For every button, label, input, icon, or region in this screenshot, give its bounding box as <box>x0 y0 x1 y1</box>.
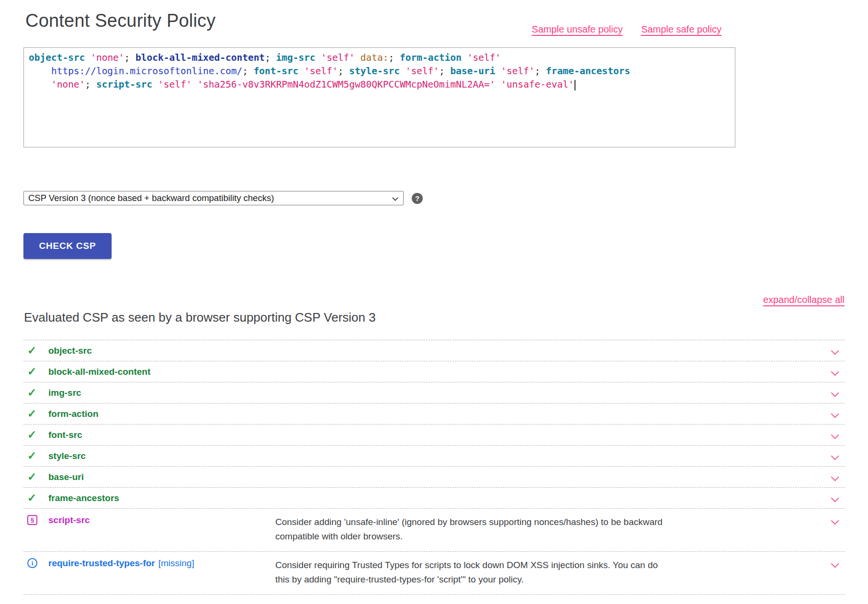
code-token <box>316 52 321 63</box>
directive-row-object-src[interactable]: ✓ object-src <box>23 340 845 361</box>
code-line: object-src 'none'; block-all-mixed-conte… <box>29 51 730 65</box>
directive-row-frame-ancestors[interactable]: ✓ frame-ancestors <box>23 488 845 509</box>
directive-name: form-action <box>48 409 99 419</box>
directive-name: style-src <box>48 451 86 461</box>
code-token: form-action <box>400 52 462 63</box>
code-token: 'self' <box>304 66 338 77</box>
directive-row-script-src[interactable]: § script-src Consider adding 'unsafe-inl… <box>23 509 845 552</box>
chevron-down-icon[interactable] <box>831 560 839 568</box>
code-token: 'self' <box>501 66 534 77</box>
code-token: ; <box>439 66 450 77</box>
sample-safe-policy-link[interactable]: Sample safe policy <box>641 24 721 34</box>
directive-name: block-all-mixed-content <box>48 367 150 377</box>
code-token: 'none' <box>51 79 85 90</box>
directive-name: font-src <box>48 430 82 440</box>
chevron-down-icon[interactable] <box>831 494 839 502</box>
section-heading: Evaluated CSP as seen by a browser suppo… <box>24 310 376 325</box>
code-token: object-src <box>29 52 85 63</box>
code-token: base-uri <box>451 66 496 77</box>
evaluated-directives-list: ✓ object-src ✓ block-all-mixed-content ✓… <box>23 340 845 595</box>
chevron-down-icon[interactable] <box>831 389 839 397</box>
chevron-down-icon[interactable] <box>831 347 839 355</box>
code-token <box>299 66 304 77</box>
directive-row-base-uri[interactable]: ✓ base-uri <box>23 467 845 488</box>
directive-name: frame-ancestors <box>48 493 119 503</box>
code-token: 'self' <box>321 52 355 63</box>
code-token: block-all-mixed-content <box>135 52 265 63</box>
code-token: script-src <box>96 79 152 90</box>
code-token: 'self' <box>406 66 439 77</box>
chevron-down-icon[interactable] <box>831 473 839 481</box>
chevron-down-icon[interactable] <box>831 517 839 525</box>
directive-name: img-src <box>48 388 81 398</box>
directive-row-require-trusted-types-for[interactable]: i require-trusted-types-for[missing] Con… <box>23 552 845 595</box>
directive-row-block-all-mixed-content[interactable]: ✓ block-all-mixed-content <box>23 361 845 382</box>
chevron-down-icon[interactable] <box>831 431 839 439</box>
csp-version-row: CSP Version 3 (nonce based + backward co… <box>23 191 423 205</box>
directive-message: Consider requiring Trusted Types for scr… <box>275 558 673 587</box>
directive-row-style-src[interactable]: ✓ style-src <box>23 446 845 467</box>
code-token <box>85 52 90 63</box>
chevron-down-icon <box>392 195 398 201</box>
check-icon: ✓ <box>27 429 36 440</box>
code-line: 'none'; script-src 'self' 'sha256-v8v3RK… <box>29 78 730 91</box>
directive-name: script-src <box>48 515 90 525</box>
chevron-down-icon[interactable] <box>831 452 839 460</box>
code-token <box>496 66 501 77</box>
csp-evaluator-page: Content Security Policy Sample unsafe po… <box>0 0 868 604</box>
code-token: font-src <box>254 66 299 77</box>
sample-policy-links: Sample unsafe policy Sample safe policy <box>516 24 721 35</box>
code-token: ; <box>535 66 546 77</box>
sample-unsafe-policy-link[interactable]: Sample unsafe policy <box>532 24 623 34</box>
text-cursor <box>575 80 575 90</box>
code-token: 'none' <box>90 52 124 63</box>
code-token: 'unsafe-eval' <box>501 79 574 90</box>
code-token: frame-ancestors <box>546 66 630 77</box>
code-token <box>355 52 361 63</box>
check-icon: ✓ <box>27 471 36 482</box>
code-token <box>496 79 501 90</box>
help-icon[interactable]: ? <box>412 193 423 204</box>
code-token: https://login.microsoftonline.com/ <box>51 66 242 77</box>
code-token <box>462 52 467 63</box>
code-token: img-src <box>276 52 316 63</box>
csp-policy-editor[interactable]: object-src 'none'; block-all-mixed-conte… <box>23 47 735 147</box>
directive-row-img-src[interactable]: ✓ img-src <box>23 382 845 403</box>
code-token <box>29 79 51 90</box>
code-token: 'self' <box>158 79 192 90</box>
directive-name: require-trusted-types-for <box>48 558 155 568</box>
chevron-down-icon[interactable] <box>831 410 839 418</box>
page-title: Content Security Policy <box>25 11 215 31</box>
code-token: ; <box>242 66 253 77</box>
code-token: 'self' <box>467 52 501 63</box>
code-token <box>29 66 51 77</box>
info-icon: i <box>27 558 37 568</box>
code-token <box>400 66 406 77</box>
csp-version-selected-value: CSP Version 3 (nonce based + backward co… <box>28 193 274 203</box>
code-token: style-src <box>349 66 400 77</box>
check-icon: ✓ <box>27 492 36 503</box>
code-token: ; <box>338 66 349 77</box>
code-token: ; <box>265 52 276 63</box>
syntax-warning-icon: § <box>27 515 37 525</box>
check-icon: ✓ <box>27 345 36 356</box>
code-token: ; <box>85 79 96 90</box>
directive-row-form-action[interactable]: ✓ form-action <box>23 403 845 425</box>
expand-collapse-all-link[interactable]: expand/collapse all <box>763 294 845 305</box>
code-line: https://login.microsoftonline.com/; font… <box>29 65 730 78</box>
code-token: ; <box>388 52 399 63</box>
directive-row-font-src[interactable]: ✓ font-src <box>23 425 845 446</box>
check-icon: ✓ <box>27 408 36 419</box>
directive-message: Consider adding 'unsafe-inline' (ignored… <box>275 515 673 544</box>
csp-version-select[interactable]: CSP Version 3 (nonce based + backward co… <box>23 191 404 205</box>
check-csp-button[interactable]: CHECK CSP <box>23 233 112 259</box>
directive-name: object-src <box>48 346 92 356</box>
directive-name: base-uri <box>48 472 84 482</box>
code-token <box>152 79 158 90</box>
code-token <box>192 79 198 90</box>
check-icon: ✓ <box>27 366 36 377</box>
code-token: ; <box>124 52 135 63</box>
code-token: data: <box>361 52 389 63</box>
check-icon: ✓ <box>27 387 36 398</box>
chevron-down-icon[interactable] <box>831 368 839 376</box>
